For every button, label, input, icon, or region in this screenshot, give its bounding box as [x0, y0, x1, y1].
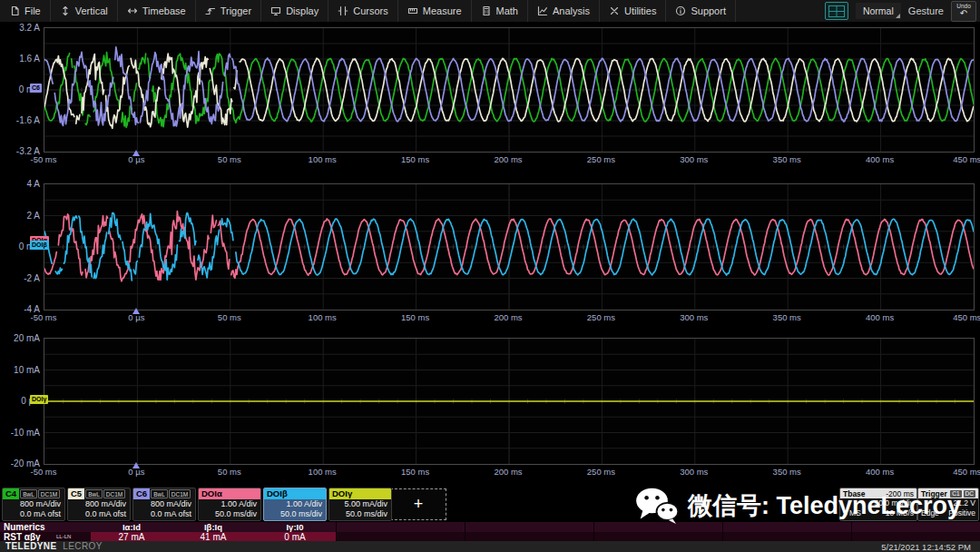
channel-header: DOIγ: [329, 488, 391, 499]
x-tick-label: 450 ms: [953, 467, 980, 477]
channel-name: C6: [133, 488, 150, 499]
measure-icon: [407, 5, 418, 16]
channel-descriptor-C4[interactable]: C4BwLDC1M800 mA/div0.0 mA ofst: [2, 488, 65, 521]
x-axis-labels: -50 ms0 µs50 ms100 ms150 ms200 ms250 ms3…: [0, 154, 980, 165]
channel-badge-bwl: BwL: [151, 489, 168, 498]
menu-support[interactable]: Support: [666, 0, 736, 22]
gesture-label: Gesture: [908, 5, 944, 16]
numerics-col-header: Iα:Id: [91, 522, 172, 532]
y-tick-label: -2 A: [0, 273, 40, 283]
x-tick-label: 150 ms: [401, 154, 429, 164]
add-trace-button[interactable]: +: [390, 488, 446, 520]
channel-name: DOIβ: [264, 488, 326, 499]
y-tick-label: 3.2 A: [0, 23, 40, 33]
channel-badge-DOIβ[interactable]: DOIβ: [30, 241, 49, 250]
undo-button[interactable]: Undo ↶: [951, 1, 976, 22]
menu-utilities[interactable]: Utilities: [600, 0, 666, 22]
x-tick-label: 400 ms: [866, 467, 894, 477]
channel-offset: 0.0 mA ofst: [68, 509, 130, 519]
trigger-position-marker[interactable]: [132, 150, 140, 156]
y-tick-label: 20 mA: [0, 333, 40, 343]
channel-header: C6BwLDC1M: [133, 488, 195, 499]
brand-logo: TELEDYNE LECROY: [0, 541, 103, 552]
channel-offset: 50.0 ms/div: [199, 509, 260, 519]
grid-layout-button[interactable]: [825, 2, 848, 20]
grid-1-phase-currents-waveforms: [44, 28, 974, 152]
x-tick-label: 350 ms: [773, 154, 801, 164]
channel-descriptor-C6[interactable]: C6BwLDC1M800 mA/div0.0 mA ofst: [132, 488, 196, 521]
plot-area: 3.2 A1.6 A0 mA-1.6 A-3.2 A-50 ms0 µs50 m…: [0, 22, 980, 485]
channel-header: DOIα: [199, 488, 260, 499]
channel-offset: 0.0 mA ofst: [3, 509, 64, 519]
display-icon: [270, 5, 281, 16]
y-tick-label: 4 A: [0, 179, 40, 189]
x-axis-labels: -50 ms0 µs50 ms100 ms150 ms200 ms250 ms3…: [0, 312, 980, 323]
channel-descriptor-DOIα[interactable]: DOIα1.00 A/div50.0 ms/div: [198, 488, 261, 521]
menu-cursors[interactable]: Cursors: [328, 0, 398, 22]
undo-arrow-icon: ↶: [960, 9, 967, 18]
x-tick-label: 450 ms: [953, 312, 980, 322]
menu-label: Analysis: [553, 5, 590, 16]
menu-label: Display: [286, 5, 318, 16]
grid-layout-icon: [828, 5, 845, 17]
numerics-col-header: Iβ:Iq: [172, 522, 254, 532]
menu-measure[interactable]: Measure: [398, 0, 472, 22]
grid-3-gamma-current[interactable]: [44, 338, 975, 465]
y-tick-label: 2 A: [0, 211, 40, 221]
menu-vertical[interactable]: Vertical: [51, 0, 118, 22]
channel-scale: 800 mA/div: [68, 499, 130, 509]
menu-label: Trigger: [220, 5, 251, 16]
x-tick-label: 400 ms: [866, 154, 894, 164]
display-mode-dropdown[interactable]: Normal: [856, 3, 901, 19]
channel-descriptor-DOIβ[interactable]: DOIβ1.00 A/div50.0 ms/div: [263, 488, 327, 521]
grid-2-alpha-beta-currents-waveforms: [44, 184, 974, 310]
grid-2-alpha-beta-currents[interactable]: [44, 183, 975, 310]
x-tick-label: 50 ms: [218, 312, 241, 322]
x-tick-label: 350 ms: [773, 467, 801, 477]
x-tick-label: 200 ms: [494, 467, 522, 477]
wechat-icon: [635, 487, 679, 525]
grid-3-gamma-current-waveforms: [44, 339, 974, 464]
channel-badge-bwl: BwL: [85, 489, 103, 498]
support-icon: [675, 5, 686, 16]
x-tick-label: 450 ms: [953, 154, 980, 164]
menu-display[interactable]: Display: [261, 0, 328, 22]
menu-trigger[interactable]: Trigger: [196, 0, 261, 22]
menu-timebase[interactable]: Timebase: [118, 0, 196, 22]
menu-bar: FileVerticalTimebaseTriggerDisplayCursor…: [0, 0, 980, 23]
menu-label: Cursors: [353, 5, 388, 16]
x-tick-label: -50 ms: [30, 467, 56, 477]
x-tick-label: -50 ms: [30, 154, 56, 164]
file-icon: [9, 5, 20, 16]
channel-badge-DOIγ[interactable]: DOIγ: [30, 395, 48, 404]
trigger-coupling-badge: DC: [964, 490, 975, 498]
x-tick-label: 300 ms: [680, 467, 708, 477]
x-tick-label: 250 ms: [587, 312, 615, 322]
grid-1-phase-currents[interactable]: [44, 27, 975, 153]
trigger-position-marker[interactable]: [132, 308, 140, 314]
numerics-title: Numerics: [4, 522, 45, 532]
menu-label: File: [24, 5, 41, 16]
menu-file[interactable]: File: [0, 0, 51, 22]
x-tick-label: 100 ms: [309, 312, 337, 322]
menu-analysis[interactable]: Analysis: [528, 0, 600, 22]
x-tick-label: 200 ms: [494, 312, 522, 322]
numerics-separator: [336, 522, 337, 542]
channel-name: DOIα: [199, 488, 260, 499]
channel-badge-C6[interactable]: C6: [30, 84, 42, 93]
vertical-icon: [60, 5, 71, 16]
channel-badge-dc1m: DC1M: [169, 489, 191, 498]
y-tick-label: -10 mA: [0, 428, 40, 438]
channel-descriptor-DOIγ[interactable]: DOIγ5.00 mA/div50.0 ms/div: [328, 488, 392, 521]
menu-label: Utilities: [624, 5, 656, 16]
oscilloscope-app: FileVerticalTimebaseTriggerDisplayCursor…: [0, 0, 980, 552]
watermark-text: 微信号: TeledyneLecroy: [688, 489, 961, 522]
channel-offset: 50.0 ms/div: [329, 509, 391, 519]
y-tick-label: 10 mA: [0, 365, 40, 375]
channel-descriptor-C5[interactable]: C5BwLDC1M800 mA/div0.0 mA ofst: [67, 488, 131, 521]
brand-secondary: LECROY: [63, 541, 103, 551]
display-mode-value: Normal: [863, 5, 894, 16]
menu-math[interactable]: Math: [472, 0, 528, 22]
trigger-position-marker[interactable]: [132, 462, 140, 468]
channel-badge-dc1m: DC1M: [103, 489, 125, 498]
